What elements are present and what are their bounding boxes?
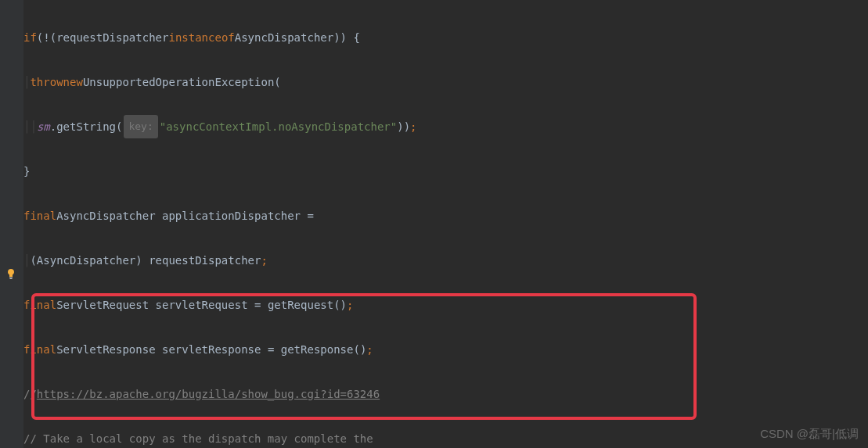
svg-rect-1 bbox=[10, 278, 13, 279]
svg-rect-0 bbox=[9, 278, 13, 278]
paren: )) bbox=[397, 116, 410, 138]
keyword-final: final bbox=[23, 205, 56, 228]
code-line: │ (AsyncDispatcher) requestDispatcher; bbox=[23, 249, 868, 272]
code-line: │ throw new UnsupportedOperationExceptio… bbox=[23, 71, 868, 94]
cast-expr: (AsyncDispatcher) requestDispatcher bbox=[30, 249, 261, 272]
semicolon: ; bbox=[410, 116, 416, 138]
keyword-new: new bbox=[63, 71, 83, 94]
code-line: if (!(requestDispatcher instanceof Async… bbox=[23, 27, 868, 49]
code-line: // Take a local copy as the dispatch may… bbox=[23, 428, 868, 449]
code-line: // https://bz.apache.org/bugzilla/show_b… bbox=[23, 383, 868, 406]
field: sm bbox=[37, 116, 50, 138]
brace: } bbox=[23, 160, 30, 183]
semicolon: ; bbox=[261, 249, 267, 272]
identifier: requestDispatcher bbox=[56, 27, 168, 49]
semicolon: ; bbox=[347, 294, 353, 317]
editor-gutter bbox=[0, 0, 23, 448]
string-literal: "asyncContextImpl.noAsyncDispatcher" bbox=[160, 116, 397, 138]
semicolon: ; bbox=[366, 339, 373, 361]
comment-slash: // bbox=[23, 383, 37, 406]
declaration: ServletRequest servletRequest = getReque… bbox=[56, 294, 347, 317]
code-line: final AsyncDispatcher applicationDispatc… bbox=[23, 205, 868, 228]
code-editor[interactable]: if (!(requestDispatcher instanceof Async… bbox=[0, 0, 868, 448]
keyword-final: final bbox=[23, 294, 56, 317]
declaration: AsyncDispatcher applicationDispatcher = bbox=[56, 205, 314, 228]
class-name: UnsupportedOperationException( bbox=[83, 71, 281, 94]
keyword-final: final bbox=[23, 339, 56, 361]
code-line: final ServletResponse servletResponse = … bbox=[23, 339, 868, 361]
comment-url[interactable]: https://bz.apache.org/bugzilla/show_bug.… bbox=[37, 383, 380, 406]
watermark: CSDN @磊哥|低调 bbox=[760, 427, 859, 442]
method-call: .getString( bbox=[50, 116, 123, 138]
code-line: } bbox=[23, 160, 868, 183]
param-hint: key: bbox=[124, 115, 157, 139]
code-line: final ServletRequest servletRequest = ge… bbox=[23, 294, 868, 317]
comment: // Take a local copy as the dispatch may… bbox=[23, 428, 373, 449]
keyword-if: if bbox=[23, 27, 37, 49]
keyword-throw: throw bbox=[30, 71, 63, 94]
declaration: ServletResponse servletResponse = getRes… bbox=[56, 339, 366, 361]
code-line: │ │ sm.getString( key: "asyncContextImpl… bbox=[23, 116, 868, 138]
paren: (!( bbox=[37, 27, 56, 49]
keyword-instanceof: instanceof bbox=[168, 27, 234, 49]
lightbulb-icon[interactable] bbox=[5, 268, 17, 281]
class-name: AsyncDispatcher)) { bbox=[235, 27, 360, 49]
